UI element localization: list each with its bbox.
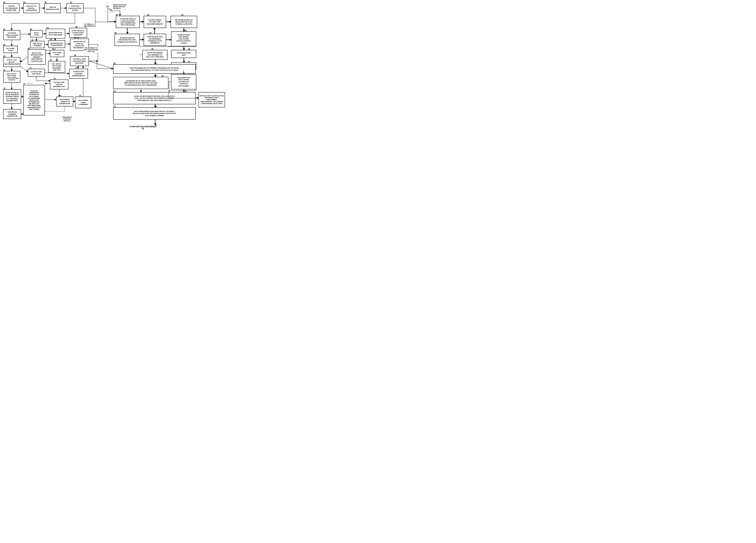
num-69: 69	[3, 44, 5, 46]
box-74: RAM WRITEADDRESSGENERATOR	[56, 97, 73, 107]
svg-line-31	[45, 73, 69, 74]
diagram: VSB AMDTV RECEIVERFRONT END 54 ANALOG-TO…	[0, 0, 226, 163]
num-1b: 1	[48, 83, 48, 84]
num-70: 70	[52, 48, 54, 50]
num-57: 57	[70, 1, 72, 3]
label-ram-write: RAM WRITECONTROLSIGNALS	[62, 116, 72, 122]
num-85: 85	[115, 32, 117, 34]
num-76: 76	[54, 78, 55, 80]
num-59: 59	[74, 37, 76, 39]
num-89: 89	[151, 48, 153, 50]
svg-line-64	[89, 61, 113, 69]
num-58: 58	[75, 26, 77, 28]
box-61: 12-PHASETRELLIS CODEDECODER	[3, 30, 20, 40]
box-ram-read: RAM READADDRESSGENERATOR	[3, 109, 21, 119]
num-72: 72	[3, 69, 5, 71]
num-92: 92	[113, 90, 115, 92]
num-56: 56	[45, 1, 47, 3]
box-75: EXTRACTORFOR M/HSUBFRAME NO.	[69, 69, 88, 79]
box-68: (TNoG x 51)BLOCKDE-INTERLEAVER	[3, 57, 20, 67]
num-93: 93	[113, 106, 115, 108]
box-94: BYPASS UNIT TO BYPASS TRSDECODING FOR A …	[198, 92, 225, 107]
num-79: 79	[3, 88, 5, 90]
box-56: VSB AMDEMODULATOR	[45, 3, 61, 13]
label-from-ae: FROM ADAPTIVEEQUALIZATIONFILTER 57	[113, 4, 126, 9]
box-86: HARD-DECISIONUNIT	[171, 50, 196, 58]
num-87: 87	[188, 61, 190, 63]
label-to-trellis: TO TRELLISDECODER 80	[84, 23, 94, 27]
num-60: 60	[74, 54, 76, 56]
box-71: EXTRACTORFOR TNoG	[28, 69, 45, 77]
num-84: 84	[149, 32, 151, 34]
box-proc: PROCESSOR FORDETERMININGEXTRINSIC DATAFE…	[144, 34, 166, 46]
svg-line-24	[20, 57, 28, 62]
box-62: PCCCGATE	[30, 30, 43, 37]
num-67: 67	[50, 59, 52, 61]
box-64: SIGNALING DE-RANDOMIZER	[48, 40, 65, 48]
num-75: 75	[75, 67, 77, 69]
box-67: (18, 10) R-SFEC CODEDECODERFOR TCP	[48, 61, 65, 73]
box-83: DE-INTERLEAVER OFDECISIONS RE 2-BITSYMBO…	[171, 16, 197, 28]
num-8: 8	[28, 83, 29, 84]
box-63: QUARTER-RATEPCCC DECODER	[46, 29, 65, 39]
num-71: 71	[30, 67, 32, 69]
num-77: 77	[23, 83, 25, 85]
num-80: 80	[116, 14, 118, 16]
box-93: BYTE-ORGANIZED RAM WRITTEN BY COLUMN &RE…	[113, 107, 196, 120]
box-78: FIC-CHUNKCODECOMBINER	[75, 97, 91, 108]
num-68: 68	[3, 55, 5, 57]
box-72: (51, 37) R-SFEC CODEDECODERFOR FIC	[3, 71, 20, 83]
box-60: CONTROL UNITFOR DECODINGM/H DATA	[70, 56, 89, 66]
num-91: 91	[162, 75, 164, 77]
num-66: 66	[28, 48, 30, 50]
num-81: 81	[185, 30, 187, 32]
box-54: VSB AMDTV RECEIVERFRONT END	[3, 3, 19, 13]
num-63: 63	[47, 27, 49, 29]
box-92: BANK OF DECODERS FOR (235, 187), (223, 1…	[113, 92, 196, 104]
box-76: EXTRACTORFOR FICSEGMENT NO.	[50, 80, 68, 89]
label-sei: SEI	[16, 78, 18, 79]
box-65: 8-BIT BYTEFORMER	[30, 41, 45, 48]
box-79: EXTRACTOR OFREAD ADDRESSRANGES FROMFIC S…	[3, 89, 21, 104]
num-90: 90	[113, 63, 115, 64]
box-85: INTERLEAVER OFDECISIONS RE 2-BITSYMBOLS …	[115, 34, 140, 46]
num-82: 82	[147, 14, 149, 16]
box-66: BLOCK DE-INTERLEAVERMEMORYREAD/WRITECONT…	[28, 49, 46, 65]
label-to-mh: TO M/H DATA DE-RANDOMIZER95	[129, 126, 156, 130]
num-1a: 1	[31, 83, 32, 84]
box-77: RAM FORTEMPORARYSTORAGE OFFIC-CHUNKSIN 1…	[23, 85, 45, 115]
svg-line-28	[20, 66, 28, 72]
box-70: TPC CODEGATE	[50, 50, 64, 57]
box-80-right: 12-PHASE TRELLISCODE DECODERTHAT GENERAT…	[116, 16, 140, 28]
num-86: 86	[188, 48, 190, 50]
box-90: 9-BIT-EXTENDED-BYTE FORMER APPENDING BIT…	[113, 64, 196, 74]
box-58: SYNC SIGNALSEXTRACTIONCIRCUITRY	[69, 28, 87, 38]
box-81: BANK OF SISODECODERSFOR OUTERCONVOLUTION…	[171, 31, 196, 46]
num-55: 55	[23, 1, 25, 3]
box-89: BYTE-ORGANIZEDFIFO MEMORY TODELAY BY ONE…	[142, 50, 168, 60]
box-57: ADAPTIVEEQUALIZATIONFILTER	[66, 3, 84, 13]
num-62: 62	[30, 28, 32, 30]
box-88: DECODER FORCRC CODINGIN ROWS OFBYTES INR…	[171, 74, 196, 89]
label-fic-chunks: FIC CHUNKS TOSMT PROCESSINGUNIT 104	[84, 47, 98, 52]
box-91: EXTENDED-BYTE-ORGANIZED RAMWRITTEN BY RO…	[113, 77, 168, 89]
num-74: 74	[59, 95, 61, 97]
num-83: 83	[181, 14, 183, 16]
num-61: 61	[3, 28, 5, 30]
box-82: OUTER CODINGI/O UNIT FORDECODER MEMORY	[144, 16, 166, 28]
num-64: 64	[50, 39, 52, 41]
box-55: ANALOG-TO-DIGITALCONVERTER	[23, 3, 40, 13]
num-54: 54	[3, 1, 5, 3]
num-78: 78	[79, 95, 81, 97]
num-65: 65	[31, 39, 33, 41]
box-69: FIC CODEGATE	[3, 46, 18, 53]
label-to-79: TO 79	[66, 101, 70, 102]
num-94: 94	[185, 90, 187, 92]
